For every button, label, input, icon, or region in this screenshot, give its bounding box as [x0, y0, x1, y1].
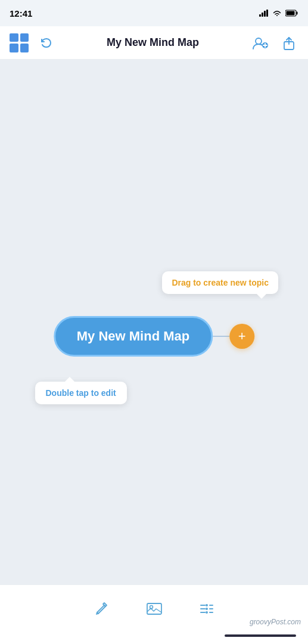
- mindmap-container: My New Mind Map +: [54, 316, 254, 357]
- svg-point-7: [256, 38, 262, 44]
- grid-icon[interactable]: [10, 33, 29, 52]
- svg-rect-1: [262, 13, 263, 17]
- svg-point-14: [206, 604, 208, 606]
- watermark: groovyPost.com: [250, 618, 301, 626]
- menu-icon: [198, 600, 215, 617]
- share-button[interactable]: [279, 33, 298, 52]
- nav-left: [10, 33, 55, 52]
- svg-rect-2: [264, 11, 266, 17]
- edit-tooltip-text: Double tap to edit: [46, 388, 116, 398]
- pen-tool-button[interactable]: [90, 597, 114, 621]
- battery-icon: [285, 10, 298, 17]
- undo-button[interactable]: [36, 33, 55, 52]
- bottom-toolbar: [0, 584, 308, 644]
- nav-bar: My New Mind Map: [0, 26, 308, 60]
- status-bar: 12:41: [0, 0, 308, 26]
- edit-tooltip: Double tap to edit: [35, 382, 127, 404]
- svg-rect-6: [287, 11, 295, 16]
- svg-point-15: [206, 608, 208, 610]
- svg-point-16: [206, 611, 208, 614]
- svg-rect-0: [259, 14, 261, 17]
- mindmap-node[interactable]: My New Mind Map: [54, 316, 213, 357]
- connector-line: [213, 336, 229, 337]
- page-title: My New Mind Map: [55, 36, 251, 49]
- wifi-icon: [272, 10, 282, 17]
- drag-tooltip-text: Drag to create new topic: [172, 278, 269, 287]
- drag-tooltip: Drag to create new topic: [162, 271, 278, 294]
- svg-rect-3: [266, 10, 268, 17]
- plus-icon: +: [238, 330, 246, 343]
- mindmap-node-label: My New Mind Map: [77, 329, 189, 343]
- nav-right: [251, 33, 298, 52]
- status-icons: [259, 10, 298, 17]
- status-time: 12:41: [10, 8, 32, 18]
- signal-icon: [259, 10, 269, 17]
- home-indicator: [0, 627, 308, 644]
- canvas-area[interactable]: Drag to create new topic My New Mind Map…: [0, 60, 308, 584]
- image-tool-button[interactable]: [142, 597, 166, 621]
- add-collaborator-button[interactable]: [251, 33, 270, 52]
- svg-rect-12: [147, 603, 161, 614]
- image-icon: [145, 600, 163, 617]
- svg-rect-5: [297, 12, 298, 15]
- home-indicator-bar: [225, 634, 296, 637]
- add-topic-button[interactable]: +: [229, 324, 254, 349]
- pen-icon: [94, 600, 110, 617]
- menu-tool-button[interactable]: [195, 597, 219, 621]
